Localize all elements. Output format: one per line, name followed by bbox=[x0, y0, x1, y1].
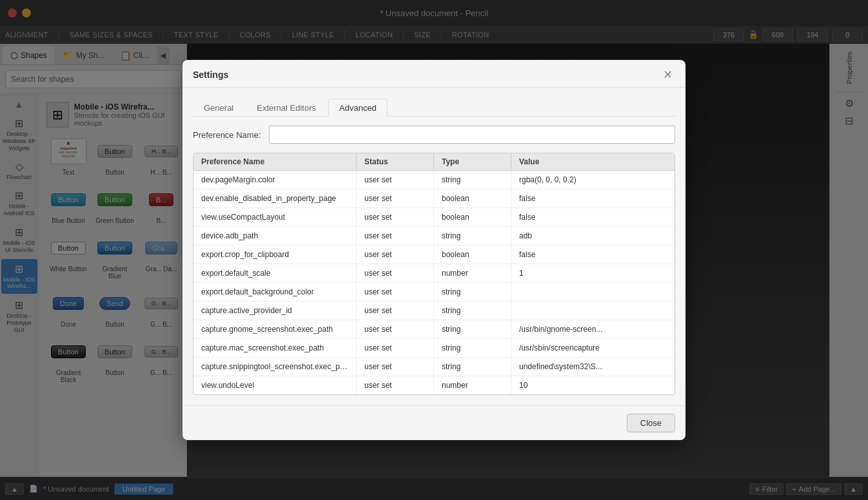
modal-footer: Close bbox=[182, 405, 686, 440]
cell-status: user set bbox=[357, 302, 434, 320]
pref-name-input[interactable] bbox=[269, 126, 676, 144]
table-row[interactable]: device.adb_path user set string adb bbox=[193, 227, 675, 245]
cell-value: rgba(0, 0, 0, 0.2) bbox=[511, 171, 675, 189]
cell-name: view.undoLevel bbox=[193, 376, 357, 394]
cell-name: dev.pageMargin.color bbox=[193, 171, 357, 189]
cell-value: false bbox=[511, 208, 675, 226]
cell-status: user set bbox=[357, 245, 434, 264]
cell-name: device.adb_path bbox=[193, 227, 357, 245]
cell-type: boolean bbox=[434, 189, 511, 207]
cell-type: string bbox=[434, 358, 511, 376]
col-header-status: Status bbox=[357, 153, 434, 170]
cell-status: user set bbox=[357, 208, 434, 226]
cell-type: boolean bbox=[434, 245, 511, 264]
pref-table-header: Preference Name Status Type Value bbox=[193, 153, 675, 171]
cell-type: number bbox=[434, 264, 511, 282]
cell-status: user set bbox=[357, 171, 434, 189]
cell-name: view.useCompactLayout bbox=[193, 208, 357, 226]
cell-type: string bbox=[434, 227, 511, 245]
cell-name: capture.gnome_screenshot.exec_path bbox=[193, 320, 357, 338]
cell-status: user set bbox=[357, 283, 434, 301]
modal-title: Settings bbox=[193, 70, 228, 80]
cell-status: user set bbox=[357, 227, 434, 245]
table-row[interactable]: capture.snippingtool_screenshot.exec_pat… bbox=[193, 358, 675, 376]
cell-name: export.default_background_color bbox=[193, 283, 357, 301]
tab-external-editors[interactable]: External Editors bbox=[246, 99, 327, 117]
cell-status: user set bbox=[357, 358, 434, 376]
cell-value: false bbox=[511, 245, 675, 264]
cell-value bbox=[511, 283, 675, 301]
cell-status: user set bbox=[357, 189, 434, 207]
col-header-value: Value bbox=[511, 153, 675, 170]
modal-overlay[interactable]: Settings ✕ General External Editors Adva… bbox=[0, 0, 868, 500]
table-row[interactable]: capture.active_provider_id user set stri… bbox=[193, 302, 675, 320]
col-header-name: Preference Name bbox=[193, 153, 357, 170]
cell-value: false bbox=[511, 189, 675, 207]
cell-name: export.default_scale bbox=[193, 264, 357, 282]
table-row[interactable]: export.default_background_color user set… bbox=[193, 283, 675, 302]
table-row[interactable]: capture.gnome_screenshot.exec_path user … bbox=[193, 320, 675, 339]
cell-name: export.crop_for_clipboard bbox=[193, 245, 357, 264]
cell-value bbox=[511, 302, 675, 320]
modal-body: General External Editors Advanced Prefer… bbox=[182, 88, 686, 405]
cell-type: string bbox=[434, 339, 511, 357]
cell-value: 1 bbox=[511, 264, 675, 282]
cell-value: undefined\system32\S... bbox=[511, 358, 675, 376]
pref-table-body: dev.pageMargin.color user set string rgb… bbox=[193, 171, 675, 394]
settings-modal: Settings ✕ General External Editors Adva… bbox=[182, 60, 686, 440]
cell-status: user set bbox=[357, 320, 434, 338]
table-row[interactable]: view.useCompactLayout user set boolean f… bbox=[193, 208, 675, 227]
pref-table: Preference Name Status Type Value dev.pa… bbox=[193, 153, 675, 395]
cell-value: 10 bbox=[511, 376, 675, 394]
cell-status: user set bbox=[357, 376, 434, 394]
close-button[interactable]: Close bbox=[627, 414, 675, 432]
cell-name: dev.enable_disabled_in_property_page bbox=[193, 189, 357, 207]
cell-type: string bbox=[434, 171, 511, 189]
cell-value: /usr/sbin/screencapture bbox=[511, 339, 675, 357]
cell-type: boolean bbox=[434, 208, 511, 226]
cell-type: string bbox=[434, 283, 511, 301]
tab-general[interactable]: General bbox=[193, 99, 244, 117]
modal-tabs: General External Editors Advanced bbox=[193, 98, 675, 117]
cell-name: capture.snippingtool_screenshot.exec_pat… bbox=[193, 358, 357, 376]
cell-type: string bbox=[434, 302, 511, 320]
table-row[interactable]: capture.mac_screenshot.exec_path user se… bbox=[193, 339, 675, 358]
cell-value: /usr/bin/gnome-screen... bbox=[511, 320, 675, 338]
tab-advanced[interactable]: Advanced bbox=[328, 99, 388, 117]
cell-name: capture.active_provider_id bbox=[193, 302, 357, 320]
table-row[interactable]: export.crop_for_clipboard user set boole… bbox=[193, 245, 675, 264]
table-row[interactable]: export.default_scale user set number 1 bbox=[193, 264, 675, 283]
pref-name-row: Preference Name: bbox=[193, 126, 675, 144]
col-header-type: Type bbox=[434, 153, 511, 170]
pref-name-label: Preference Name: bbox=[193, 130, 261, 140]
cell-type: number bbox=[434, 376, 511, 394]
cell-status: user set bbox=[357, 264, 434, 282]
table-row[interactable]: dev.pageMargin.color user set string rgb… bbox=[193, 171, 675, 189]
cell-name: capture.mac_screenshot.exec_path bbox=[193, 339, 357, 357]
cell-value: adb bbox=[511, 227, 675, 245]
modal-close-button[interactable]: ✕ bbox=[660, 69, 675, 81]
modal-header: Settings ✕ bbox=[182, 60, 686, 88]
cell-status: user set bbox=[357, 339, 434, 357]
table-row[interactable]: view.undoLevel user set number 10 bbox=[193, 376, 675, 394]
table-row[interactable]: dev.enable_disabled_in_property_page use… bbox=[193, 189, 675, 208]
cell-type: string bbox=[434, 320, 511, 338]
